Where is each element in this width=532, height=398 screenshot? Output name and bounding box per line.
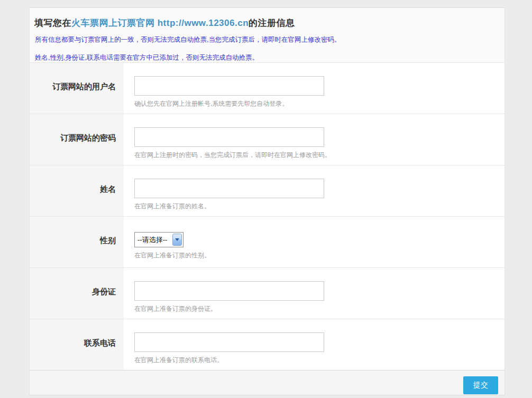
username-content: 确认您先在官网上注册帐号,系统需要先帮您自动登录。 bbox=[124, 63, 505, 114]
form-row-name: 姓名 在官网上准备订票的姓名。 bbox=[30, 165, 505, 217]
username-input[interactable] bbox=[134, 76, 324, 96]
form-row-username: 订票网站的用户名 确认您先在官网上注册帐号,系统需要先帮您自动登录。 bbox=[30, 63, 505, 114]
idcard-label: 身份证 bbox=[30, 268, 124, 319]
title-prefix: 填写您在 bbox=[34, 18, 71, 28]
password-content: 在官网上注册时的密码，当您完成订票后，请即时在官网上修改密码。 bbox=[124, 114, 505, 165]
phone-label: 联系电话 bbox=[30, 319, 124, 370]
form-row-password: 订票网站的密码 在官网上注册时的密码，当您完成订票后，请即时在官网上修改密码。 bbox=[30, 114, 505, 165]
idcard-content: 在官网上准备订票的身份证。 bbox=[124, 268, 505, 319]
name-input[interactable] bbox=[134, 179, 324, 198]
idcard-hint: 在官网上准备订票的身份证。 bbox=[134, 304, 505, 313]
info-note-1: 所有信息都要与订票官网上的一致，否则无法完成自动抢票,当您完成订票后，请即时在官… bbox=[34, 35, 505, 44]
gender-hint: 在官网上准备订票的性别。 bbox=[134, 251, 505, 260]
password-hint: 在官网上注册时的密码，当您完成订票后，请即时在官网上修改密码。 bbox=[134, 151, 505, 160]
phone-content: 在官网上准备订票的联系电话。 bbox=[124, 319, 505, 370]
form-row-gender: 性别 --请选择-- 在官网上准备订票的性别。 bbox=[30, 217, 505, 268]
registration-form-card: 填写您在火车票网上订票官网 http://www.12306.cn的注册信息 所… bbox=[29, 7, 505, 395]
form-footer: 提交 bbox=[30, 370, 505, 395]
phone-input[interactable] bbox=[134, 332, 324, 352]
info-note-2: 姓名,性别,身份证,联系电话需要在官方中已添加过，否则无法完成自动抢票。 bbox=[34, 53, 505, 62]
name-hint: 在官网上准备订票的姓名。 bbox=[134, 202, 505, 211]
chevron-down-icon[interactable] bbox=[172, 234, 182, 246]
form-header: 填写您在火车票网上订票官网 http://www.12306.cn的注册信息 所… bbox=[30, 8, 505, 63]
password-label: 订票网站的密码 bbox=[30, 114, 124, 165]
submit-button[interactable]: 提交 bbox=[463, 376, 498, 394]
password-input[interactable] bbox=[134, 127, 324, 147]
name-content: 在官网上准备订票的姓名。 bbox=[124, 165, 505, 216]
form-row-phone: 联系电话 在官网上准备订票的联系电话。 bbox=[30, 319, 505, 371]
gender-content: --请选择-- 在官网上准备订票的性别。 bbox=[124, 217, 505, 267]
title-suffix: 的注册信息 bbox=[249, 18, 295, 28]
site-link[interactable]: 火车票网上订票官网 http://www.12306.cn bbox=[71, 18, 249, 28]
gender-select-value: --请选择-- bbox=[135, 235, 167, 245]
form-row-idcard: 身份证 在官网上准备订票的身份证。 bbox=[30, 268, 505, 319]
username-label: 订票网站的用户名 bbox=[30, 63, 124, 114]
name-label: 姓名 bbox=[30, 165, 124, 216]
idcard-input[interactable] bbox=[134, 281, 324, 301]
gender-label: 性别 bbox=[30, 217, 124, 267]
phone-hint: 在官网上准备订票的联系电话。 bbox=[134, 356, 505, 365]
username-hint: 确认您先在官网上注册帐号,系统需要先帮您自动登录。 bbox=[134, 99, 505, 108]
gender-select[interactable]: --请选择-- bbox=[134, 232, 184, 247]
page-title: 填写您在火车票网上订票官网 http://www.12306.cn的注册信息 bbox=[34, 8, 505, 29]
